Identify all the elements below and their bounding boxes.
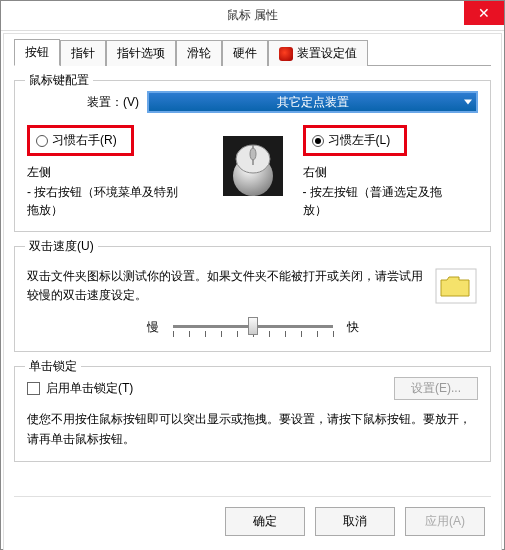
tab-label: 指针	[71, 45, 95, 62]
tab-label: 滑轮	[187, 45, 211, 62]
dialog-body: 按钮 指针 指针选项 滑轮 硬件 装置设定值 鼠标键配置 装置：(V) 其它定点…	[3, 33, 502, 550]
button-label: 应用(A)	[425, 514, 465, 528]
tab-device-settings[interactable]: 装置设定值	[268, 40, 368, 66]
slider-tick	[301, 331, 302, 337]
close-icon: ✕	[478, 5, 490, 21]
tab-label: 按钮	[25, 44, 49, 61]
slider-thumb[interactable]	[248, 317, 258, 335]
clicklock-checkbox[interactable]	[27, 382, 40, 395]
dialog-footer: 确定 取消 应用(A)	[14, 496, 491, 540]
radio-label: 习惯左手(L)	[328, 132, 391, 149]
clicklock-label: 启用单击锁定(T)	[46, 380, 133, 397]
slider-tick	[237, 331, 238, 337]
device-select-value: 其它定点装置	[277, 94, 349, 111]
clicklock-row: 启用单击锁定(T) 设置(E)...	[27, 377, 478, 400]
button-label: 确定	[253, 514, 277, 528]
slider-tick	[317, 331, 318, 337]
device-select[interactable]: 其它定点装置	[147, 91, 478, 113]
svg-point-4	[250, 148, 256, 160]
mouse-properties-dialog: 鼠标 属性 ✕ 按钮 指针 指针选项 滑轮 硬件 装置设定值 鼠标键配置 装置：…	[0, 0, 505, 550]
tab-label: 指针选项	[117, 45, 165, 62]
synaptics-icon	[279, 47, 293, 61]
tab-panel-buttons: 鼠标键配置 装置：(V) 其它定点装置 习惯右手(R) 左侧	[14, 74, 491, 496]
group-button-config: 鼠标键配置 装置：(V) 其它定点装置 习惯右手(R) 左侧	[14, 80, 491, 232]
group-legend: 双击速度(U)	[25, 238, 98, 255]
folder-test-icon[interactable]	[434, 267, 478, 305]
group-click-lock: 单击锁定 启用单击锁定(T) 设置(E)... 使您不用按住鼠标按钮即可以突出显…	[14, 366, 491, 461]
tab-buttons[interactable]: 按钮	[14, 39, 60, 66]
folder-icon	[435, 268, 477, 304]
chevron-down-icon	[464, 100, 472, 105]
slider-tick	[333, 331, 334, 337]
radio-right-hand[interactable]: 习惯右手(R)	[27, 125, 134, 156]
speed-row: 双击文件夹图标以测试你的设置。如果文件夹不能被打开或关闭，请尝试用较慢的双击速度…	[27, 267, 478, 305]
group-legend: 单击锁定	[25, 358, 81, 375]
tab-label: 装置设定值	[297, 45, 357, 62]
double-click-slider[interactable]	[173, 315, 333, 339]
tab-pointer-options[interactable]: 指针选项	[106, 40, 176, 66]
ok-button[interactable]: 确定	[225, 507, 305, 536]
window-title: 鼠标 属性	[227, 7, 278, 24]
tab-strip: 按钮 指针 指针选项 滑轮 硬件 装置设定值	[14, 40, 491, 66]
tab-wheel[interactable]: 滑轮	[176, 40, 222, 66]
slider-row: 慢	[27, 315, 478, 339]
hand-row: 习惯右手(R) 左侧 - 按右按钮（环境菜单及特别拖放）	[27, 125, 478, 219]
mouse-icon	[218, 131, 288, 201]
double-click-desc: 双击文件夹图标以测试你的设置。如果文件夹不能被打开或关闭，请尝试用较慢的双击速度…	[27, 267, 434, 305]
slider-tick	[269, 331, 270, 337]
radio-icon	[36, 135, 48, 147]
button-label: 设置(E)...	[411, 381, 461, 395]
radio-label: 习惯右手(R)	[52, 132, 117, 149]
mouse-illustration	[213, 125, 293, 201]
tab-label: 硬件	[233, 45, 257, 62]
slider-tick	[189, 331, 190, 337]
left-side-label: 左侧	[27, 164, 203, 181]
group-legend: 鼠标键配置	[25, 72, 93, 89]
slider-tick	[285, 331, 286, 337]
clicklock-desc: 使您不用按住鼠标按钮即可以突出显示或拖拽。要设置，请按下鼠标按钮。要放开，请再单…	[27, 410, 478, 448]
tab-pointer[interactable]: 指针	[60, 40, 106, 66]
slider-tick	[173, 331, 174, 337]
button-label: 取消	[343, 514, 367, 528]
fast-label: 快	[347, 319, 359, 336]
device-label: 装置：(V)	[87, 94, 139, 111]
slow-label: 慢	[147, 319, 159, 336]
apply-button: 应用(A)	[405, 507, 485, 536]
left-hand-column: 习惯左手(L) 右侧 - 按左按钮（普通选定及拖放）	[303, 125, 479, 219]
radio-icon	[312, 135, 324, 147]
slider-tick	[205, 331, 206, 337]
left-side-desc: - 按右按钮（环境菜单及特别拖放）	[27, 183, 187, 219]
radio-left-hand[interactable]: 习惯左手(L)	[303, 125, 408, 156]
right-side-desc: - 按左按钮（普通选定及拖放）	[303, 183, 463, 219]
titlebar[interactable]: 鼠标 属性 ✕	[1, 1, 504, 31]
slider-tick	[221, 331, 222, 337]
right-side-label: 右侧	[303, 164, 479, 181]
clicklock-settings-button: 设置(E)...	[394, 377, 478, 400]
close-button[interactable]: ✕	[464, 1, 504, 25]
right-hand-column: 习惯右手(R) 左侧 - 按右按钮（环境菜单及特别拖放）	[27, 125, 203, 219]
group-double-click: 双击速度(U) 双击文件夹图标以测试你的设置。如果文件夹不能被打开或关闭，请尝试…	[14, 246, 491, 352]
device-row: 装置：(V) 其它定点装置	[27, 91, 478, 113]
tab-hardware[interactable]: 硬件	[222, 40, 268, 66]
cancel-button[interactable]: 取消	[315, 507, 395, 536]
